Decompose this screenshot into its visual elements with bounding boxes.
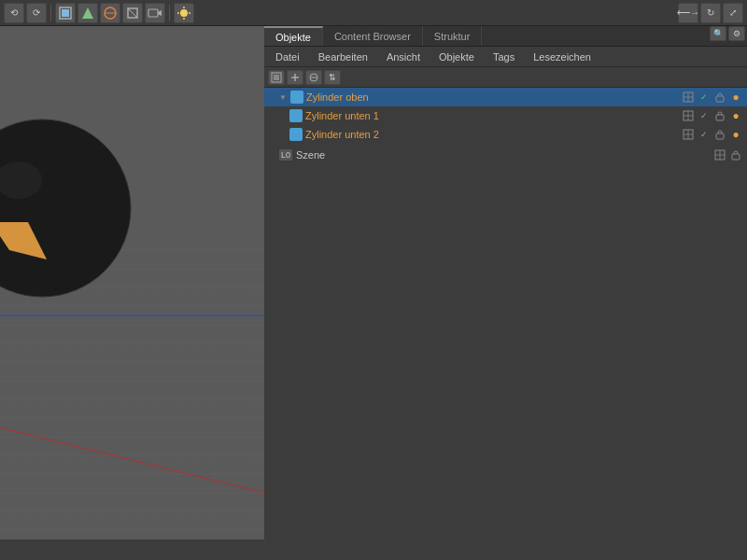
svg-rect-52 <box>274 75 279 80</box>
svg-rect-60 <box>716 96 724 102</box>
svg-marker-8 <box>158 10 162 16</box>
tab-struktur[interactable]: Struktur <box>423 26 483 46</box>
row-icon-edit-0[interactable] <box>681 90 696 105</box>
toolbar-icon-shape1[interactable] <box>78 3 98 23</box>
row-icons-2: ✓ ● <box>681 127 743 142</box>
obj-toolbar-btn-2[interactable] <box>287 70 303 85</box>
row-icon-dot-0[interactable]: ● <box>728 90 743 105</box>
main-layout: Objekte Content Browser Struktur 🔍 ⚙ Dat… <box>0 26 747 539</box>
search-button[interactable]: 🔍 <box>710 26 726 41</box>
svg-rect-68 <box>716 133 724 139</box>
viewport-3d[interactable] <box>0 26 264 539</box>
scene-icon-edit[interactable] <box>712 147 727 162</box>
toolbar-icon-redo[interactable]: ⟳ <box>26 3 47 23</box>
tab-bar: Objekte Content Browser Struktur 🔍 ⚙ <box>264 26 747 47</box>
top-toolbar: ⟲ ⟳ <box>0 0 747 26</box>
toolbar-icon-undo[interactable]: ⟲ <box>4 3 24 23</box>
toolbar-icon-camera[interactable] <box>145 3 165 23</box>
row-icon-check-2[interactable]: ✓ <box>697 127 712 142</box>
menu-bar: Datei Bearbeiten Ansicht Objekte Tags Le… <box>264 47 747 67</box>
obj-toolbar-btn-4[interactable]: ⇅ <box>324 70 341 85</box>
toolbar-scale-icon[interactable]: ⤢ <box>723 3 743 23</box>
tab-objekte[interactable]: Objekte <box>264 26 323 46</box>
svg-line-6 <box>128 8 137 18</box>
toolbar-move-icon[interactable]: ⟵→ <box>678 3 698 23</box>
scene-level-icon: L0 <box>279 149 292 161</box>
svg-rect-72 <box>732 154 740 160</box>
scene-label: Szene <box>296 149 325 161</box>
row-icons-0: ✓ ● <box>681 90 743 105</box>
obj-toolbar-btn-1[interactable] <box>268 70 285 85</box>
svg-point-9 <box>180 9 188 17</box>
tab-content-browser[interactable]: Content Browser <box>323 26 423 46</box>
scene-row-icons <box>712 147 743 162</box>
object-name-zylinder-unten-1: Zylinder unten 1 <box>305 110 681 121</box>
search-area: 🔍 ⚙ <box>710 26 745 41</box>
object-icon-cylinder-1 <box>289 109 303 122</box>
object-name-zylinder-oben: Zylinder oben <box>306 91 681 103</box>
objects-toolbar-left: ⇅ <box>268 70 341 85</box>
row-icon-check-1[interactable]: ✓ <box>697 108 712 123</box>
separator-2 <box>169 5 170 21</box>
svg-marker-2 <box>82 7 93 19</box>
objects-list: ▼ Zylinder oben ✓ <box>264 88 747 314</box>
menu-tags[interactable]: Tags <box>486 49 522 64</box>
right-panel: Objekte Content Browser Struktur 🔍 ⚙ Dat… <box>264 26 747 539</box>
object-icon-cylinder <box>290 91 303 104</box>
row-icons-1: ✓ ● <box>681 108 743 123</box>
toolbar-icon-shape2[interactable] <box>100 3 120 23</box>
row-icon-dot-1[interactable]: ● <box>728 108 743 123</box>
objects-toolbar: ⇅ <box>264 67 747 88</box>
object-icon-cylinder-2 <box>289 128 303 141</box>
empty-panel-area <box>264 314 747 539</box>
menu-lesezeichen[interactable]: Lesezeichen <box>526 49 599 64</box>
toolbar-icon-new[interactable] <box>55 3 76 23</box>
object-row-zylinder-unten-1[interactable]: Zylinder unten 1 ✓ <box>264 106 747 125</box>
row-icon-lock-1[interactable] <box>712 108 727 123</box>
menu-ansicht[interactable]: Ansicht <box>379 49 428 64</box>
menu-objekte[interactable]: Objekte <box>431 49 482 64</box>
menu-bearbeiten[interactable]: Bearbeiten <box>311 49 375 64</box>
row-icon-edit-1[interactable] <box>681 108 696 123</box>
separator-1 <box>50 5 51 21</box>
toolbar-icon-shape3[interactable] <box>122 3 143 23</box>
row-icon-lock-0[interactable] <box>712 90 727 105</box>
obj-toolbar-btn-3[interactable] <box>305 70 322 85</box>
scene-row[interactable]: L0 Szene <box>264 146 747 164</box>
scene-icon-lock[interactable] <box>728 147 743 162</box>
object-row-zylinder-unten-2[interactable]: Zylinder unten 2 ✓ <box>264 125 747 144</box>
toolbar-icon-light[interactable] <box>174 3 194 23</box>
object-row-zylinder-oben[interactable]: ▼ Zylinder oben ✓ <box>264 88 747 106</box>
expand-icon[interactable]: ▼ <box>278 92 288 102</box>
settings-button[interactable]: ⚙ <box>728 26 745 41</box>
svg-rect-64 <box>716 115 724 120</box>
row-icon-lock-2[interactable] <box>712 127 727 142</box>
svg-rect-1 <box>62 9 69 17</box>
row-icon-check-0[interactable]: ✓ <box>697 90 712 105</box>
toolbar-rotate-icon[interactable]: ↻ <box>700 3 721 23</box>
svg-rect-7 <box>148 9 158 17</box>
menu-datei[interactable]: Datei <box>268 49 307 64</box>
row-icon-dot-2[interactable]: ● <box>728 127 743 142</box>
object-name-zylinder-unten-2: Zylinder unten 2 <box>305 129 681 140</box>
row-icon-edit-2[interactable] <box>681 127 696 142</box>
